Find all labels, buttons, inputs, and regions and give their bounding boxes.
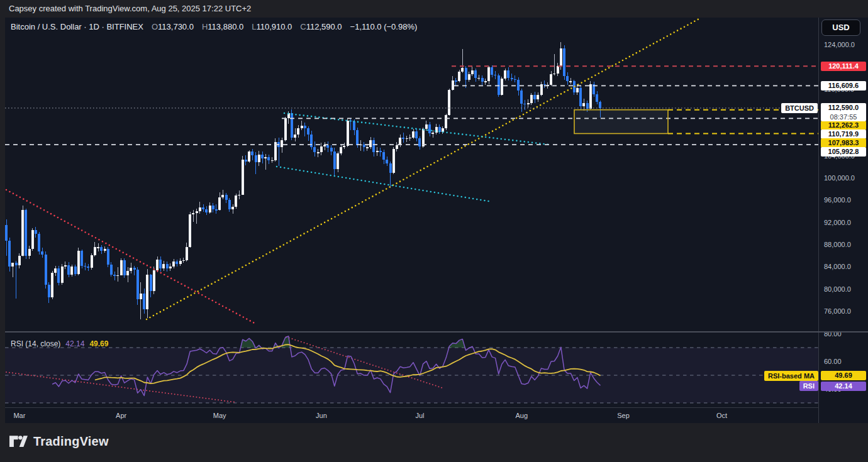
tradingview-logo[interactable]: TradingView bbox=[9, 434, 109, 449]
month-label-aug: Aug bbox=[515, 412, 528, 419]
price-tick-76000: 76,000.0 bbox=[824, 307, 851, 315]
time-axis[interactable]: MarAprMayJunJulAugSepOct bbox=[5, 407, 818, 424]
price-tick-80000: 80,000.0 bbox=[824, 285, 851, 293]
rsi-indicator-title[interactable]: RSI (14, close)42.1449.69 bbox=[11, 339, 108, 348]
month-label-mar: Mar bbox=[13, 412, 25, 419]
price-badge-1122623: 112,262.3 bbox=[821, 121, 866, 130]
bar-countdown: 08:37:55 bbox=[821, 113, 866, 121]
change-value: −1,110.0 (−0.98%) bbox=[350, 22, 418, 31]
rsi-ma-value-badge: 49.69 bbox=[821, 371, 866, 380]
attribution-text: Capsey created with TradingView.com, Aug… bbox=[9, 4, 251, 13]
ohlc-c: C112,590.0 bbox=[300, 22, 342, 31]
last-price-value: 112,590.0 bbox=[821, 103, 866, 113]
price-badge-1107199: 110,719.9 bbox=[821, 129, 866, 139]
tradingview-logo-text: TradingView bbox=[33, 434, 109, 449]
month-label-jun: Jun bbox=[316, 412, 327, 419]
ohlc-values: O113,730.0H113,880.0L110,910.0C112,590.0 bbox=[143, 22, 342, 31]
ohlc-l: L110,910.0 bbox=[252, 22, 292, 31]
rsi-ma-side-label: RSI-based MA bbox=[764, 371, 818, 381]
price-badge-1059928: 105,992.8 bbox=[821, 147, 866, 157]
price-axis[interactable]: USD 112,590.0 08:37:55 124,000.0120,000.… bbox=[818, 18, 868, 423]
rsi-value-badge: 42.14 bbox=[821, 382, 866, 391]
month-label-oct: Oct bbox=[716, 412, 727, 419]
price-tick-124000: 124,000.0 bbox=[824, 41, 855, 48]
candles-layer bbox=[5, 42, 601, 320]
rsi-ma-current-value: 49.69 bbox=[89, 339, 108, 348]
price-tick-96000: 96,000.0 bbox=[824, 196, 851, 204]
symbol-header[interactable]: Bitcoin / U.S. Dollar · 1D · BITFINEXO11… bbox=[11, 22, 417, 31]
trendline-ascending-yellow[interactable] bbox=[147, 18, 701, 319]
price-tick-84000: 84,000.0 bbox=[824, 263, 851, 270]
rsi-pane[interactable] bbox=[5, 332, 818, 407]
symbol-price-label: BTCUSD bbox=[781, 103, 818, 113]
price-tick-88000: 88,000.0 bbox=[824, 241, 851, 248]
currency-toggle-button[interactable]: USD bbox=[821, 19, 860, 36]
symbol-title: Bitcoin / U.S. Dollar · 1D · BITFINEX bbox=[11, 22, 143, 31]
supply-zone-box[interactable] bbox=[574, 110, 668, 134]
last-price-badge: 112,590.0 08:37:55 bbox=[821, 103, 866, 121]
rsi-title-text: RSI (14, close) bbox=[11, 339, 60, 348]
month-label-may: May bbox=[213, 412, 226, 419]
month-label-apr: Apr bbox=[116, 412, 126, 419]
trendline-cyan-lower[interactable] bbox=[277, 167, 489, 201]
price-badge-1201114: 120,111.4 bbox=[821, 62, 866, 71]
price-tick-92000: 92,000.0 bbox=[824, 219, 851, 226]
pane-separator[interactable] bbox=[5, 331, 868, 333]
rsi-current-value: 42.14 bbox=[65, 339, 84, 348]
main-price-pane[interactable] bbox=[5, 18, 818, 332]
chart-canvas[interactable]: Bitcoin / U.S. Dollar · 1D · BITFINEXO11… bbox=[5, 18, 868, 423]
price-badge-1166096: 116,609.6 bbox=[821, 81, 866, 91]
rsi-side-label: RSI bbox=[799, 381, 818, 391]
month-label-jul: Jul bbox=[415, 412, 424, 419]
ohlc-o: O113,730.0 bbox=[152, 22, 194, 31]
rsi-tick-60: 60.00 bbox=[824, 358, 842, 365]
price-badge-1079833: 107,983.3 bbox=[821, 138, 866, 148]
tradingview-logo-icon bbox=[9, 434, 28, 449]
ohlc-h: H113,880.0 bbox=[202, 22, 243, 31]
page: Capsey created with TradingView.com, Aug… bbox=[0, 0, 868, 462]
month-label-sep: Sep bbox=[617, 412, 630, 419]
price-tick-100000: 100,000.0 bbox=[824, 174, 855, 182]
